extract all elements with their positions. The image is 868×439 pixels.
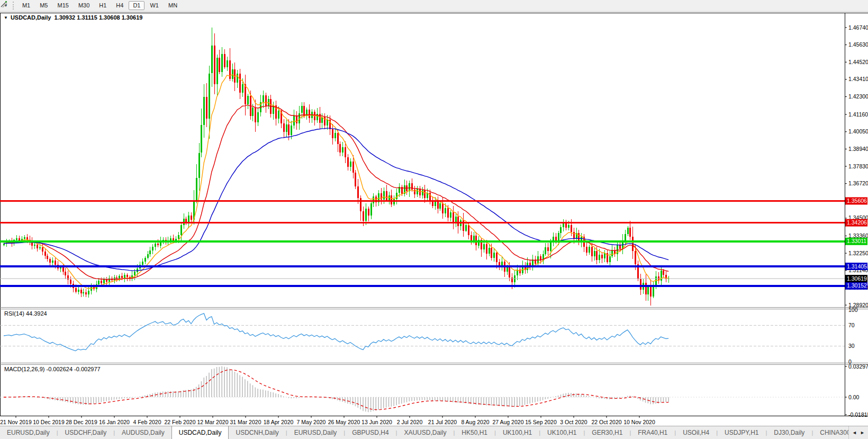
timeframe-button-m30[interactable]: M30 <box>74 1 94 10</box>
chart-tab-china300-h1[interactable]: CHINA300,H1 <box>813 426 848 439</box>
chart-tab-dj30-daily[interactable]: DJ30,Daily <box>767 426 811 439</box>
candle-body <box>124 275 125 278</box>
candle-body <box>419 189 421 195</box>
candle-body <box>70 280 71 284</box>
candle-body <box>370 203 372 216</box>
candle-body <box>319 114 321 123</box>
candle-body <box>232 69 233 79</box>
chart-window[interactable]: ▼USDCAD,Daily 1.30932 1.31115 1.30608 1.… <box>0 12 868 426</box>
date-tick-label: 18 Apr 2020 <box>264 419 294 425</box>
candle-body <box>91 286 92 290</box>
candle-body <box>239 74 241 93</box>
tab-scroll-left-icon[interactable]: ◄ <box>852 430 857 435</box>
chart-menu-triangle-icon[interactable]: ▼ <box>4 15 8 20</box>
chart-tab-uk100-h1[interactable]: UK100,H1 <box>496 426 539 439</box>
chart-tab-gbpusd-h4[interactable]: GBPUSD,H4 <box>345 426 395 439</box>
candle-body <box>414 190 415 195</box>
candle-body <box>545 247 546 254</box>
timeframe-button-m15[interactable]: M15 <box>53 1 73 10</box>
date-tick-label: 16 Jan 2020 <box>99 419 130 425</box>
candle-body <box>589 247 590 252</box>
timeframe-button-m5[interactable]: M5 <box>35 1 52 10</box>
chart-tab-hk50-h1[interactable]: HK50,H1 <box>455 426 494 439</box>
line-studies-button[interactable]: ▼ <box>0 3 10 8</box>
candle-body <box>67 275 69 280</box>
candle-body <box>327 120 328 126</box>
toolbar-grip[interactable] <box>13 2 14 10</box>
candle-body <box>149 250 151 254</box>
candle-body <box>629 228 631 237</box>
chart-tab-eurusd-daily[interactable]: EURUSD,Daily <box>0 426 57 439</box>
candle-body <box>568 225 569 228</box>
chart-tab-xauusd-daily[interactable]: XAUUSD,Daily <box>397 426 453 439</box>
price-tick-label: 1.40050 <box>848 128 868 135</box>
tab-scroll-right-icon[interactable]: ► <box>860 430 865 435</box>
candle-body <box>142 262 143 265</box>
chart-tab-fra40-h1[interactable]: FRA40,H1 <box>631 426 674 439</box>
chart-tab-bar: EURUSD,Daily|USDCHF,Daily|AUDUSD,DailyUS… <box>0 426 868 439</box>
candle-body <box>563 223 564 227</box>
chart-tab-uk100-h1[interactable]: UK100,H1 <box>540 426 583 439</box>
candle-body <box>52 261 53 263</box>
candle-body <box>221 54 223 72</box>
candle-body <box>83 292 84 293</box>
candle-body <box>301 106 303 113</box>
candle-body <box>591 247 593 256</box>
candle-body <box>645 283 647 294</box>
timeframe-button-m1[interactable]: M1 <box>18 1 34 10</box>
candle-body <box>473 236 475 241</box>
candle-body <box>558 233 559 241</box>
chart-canvas[interactable]: 1.467401.456301.445201.434101.423001.411… <box>0 12 868 426</box>
chart-tab-eurusd-daily[interactable]: EURUSD,Daily <box>287 426 344 439</box>
price-tick-label: 1.32250 <box>848 250 868 256</box>
timeframe-button-h4[interactable]: H4 <box>112 1 128 10</box>
candle-body <box>560 227 562 233</box>
chart-tab-usdjpy-h1[interactable]: USDJPY,H1 <box>718 426 765 439</box>
chart-tab-usdcnh-daily[interactable]: USDCNH,Daily <box>229 426 285 439</box>
candle-body <box>373 196 374 203</box>
price-badge-label: 1.31405 <box>847 263 867 270</box>
chart-title: ▼USDCAD,Daily 1.30932 1.31115 1.30608 1.… <box>4 14 142 21</box>
candle-body <box>345 147 346 157</box>
candle-body <box>157 244 159 246</box>
candle-body <box>309 110 310 119</box>
chart-tab-usdcad-daily[interactable]: USDCAD,Daily <box>171 426 229 439</box>
candle-body <box>62 267 64 272</box>
chart-tab-usoil-h4[interactable]: USOil,H4 <box>676 426 716 439</box>
candle-body <box>49 259 51 263</box>
candle-body <box>98 281 100 284</box>
candle-body <box>252 107 254 116</box>
macd-tick-label: -0.018154 <box>848 411 868 418</box>
candle-body <box>255 107 256 122</box>
timeframe-button-w1[interactable]: W1 <box>146 1 163 10</box>
date-tick-label: 10 Dec 2019 <box>33 419 65 425</box>
candle-body <box>37 245 38 248</box>
candle-body <box>439 203 441 209</box>
candle-body <box>257 112 259 122</box>
timeframe-button-mn[interactable]: MN <box>164 1 182 10</box>
price-tick-label: 1.38940 <box>848 146 868 152</box>
candle-body <box>178 235 179 239</box>
candle-body <box>278 111 279 119</box>
timeframe-button-d1[interactable]: D1 <box>129 1 144 10</box>
date-tick-label: 26 May 2020 <box>328 419 360 425</box>
date-tick-label: 27 Aug 2020 <box>493 419 524 425</box>
date-tick-label: 4 Feb 2020 <box>133 419 161 425</box>
candle-body <box>144 258 146 262</box>
chart-tab-usdchf-daily[interactable]: USDCHF,Daily <box>58 426 114 439</box>
candle-body <box>365 209 367 221</box>
chart-tab-ger30-h1[interactable]: GER30,H1 <box>585 426 629 439</box>
date-tick-label: 31 Mar 2020 <box>230 419 261 425</box>
chart-tab-audusd-daily[interactable]: AUDUSD,Daily <box>115 426 171 439</box>
price-badge-label: 1.30152 <box>847 282 867 289</box>
price-tick-label: 1.46740 <box>848 24 868 31</box>
candle-body <box>447 208 449 218</box>
candle-body <box>565 223 567 228</box>
timeframe-button-h1[interactable]: H1 <box>95 1 111 10</box>
candle-body <box>191 216 192 220</box>
candle-body <box>296 115 297 123</box>
date-tick-label: 21 Jul 2020 <box>428 419 457 425</box>
candle-body <box>24 237 25 239</box>
candle-body <box>291 126 292 135</box>
candle-body <box>357 186 359 198</box>
